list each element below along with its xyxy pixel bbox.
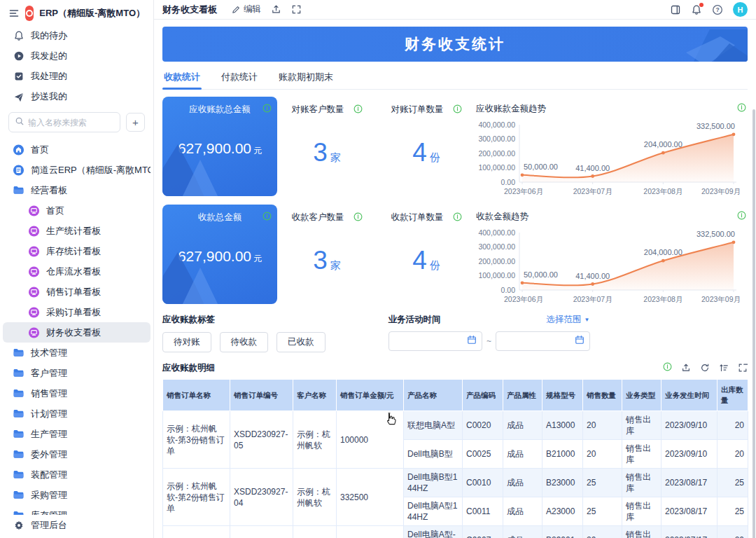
user-avatar[interactable]: H — [733, 2, 748, 17]
sort-icon[interactable] — [719, 363, 729, 373]
expand-table-icon[interactable] — [738, 363, 748, 373]
folder-item[interactable]: 客户管理 — [3, 363, 150, 383]
workspace-item[interactable]: 抄送我的 — [3, 86, 150, 106]
payment-orders-metric: 收款订单数量 4份 — [377, 205, 476, 304]
dashboard-icon — [28, 265, 40, 278]
share-export-icon[interactable] — [271, 4, 281, 15]
svg-text:300,000.00: 300,000.00 — [478, 242, 515, 251]
sidebar-item-label: 首页 — [46, 205, 64, 217]
fullscreen-icon[interactable] — [291, 4, 302, 15]
table-cell: C0011 — [463, 497, 503, 526]
dashboard-item[interactable]: 库存统计看板 — [3, 241, 150, 261]
svg-text:2023年06月: 2023年06月 — [504, 295, 543, 303]
tab-period-balance[interactable]: 账款期初期末 — [277, 64, 335, 89]
add-app-button[interactable]: + — [126, 113, 145, 132]
folder-icon — [13, 408, 24, 420]
svg-text:332,500.00: 332,500.00 — [696, 122, 735, 130]
dashboard-item[interactable]: 财务收支看板 — [3, 322, 150, 343]
info-icon[interactable] — [737, 210, 746, 223]
table-cell: 25 — [583, 497, 622, 526]
sidebar-item-label: 销售管理 — [31, 387, 67, 400]
detail-table-header: 应收账款明细 — [162, 361, 748, 374]
table-cell: XSDD230927-05 — [230, 411, 293, 469]
svg-text:50,000.00: 50,000.00 — [524, 163, 558, 171]
column-header: 销售订单名称 — [163, 380, 230, 411]
folder-item[interactable]: 计划管理 — [3, 404, 150, 424]
group-business-dashboards[interactable]: 经营看板 — [3, 180, 150, 200]
info-icon[interactable] — [453, 212, 462, 223]
tag-pending-receipt-button[interactable]: 待收款 — [220, 332, 269, 352]
folder-item[interactable]: 委外管理 — [3, 444, 150, 464]
notifications-bell-icon[interactable] — [691, 4, 702, 15]
table-cell: 25 — [583, 469, 622, 497]
dashboard-item[interactable]: 首页 — [3, 200, 150, 221]
column-header: 销售订单编号 — [230, 380, 293, 411]
dashboard-item[interactable]: 生产统计看板 — [3, 221, 150, 241]
folder-item[interactable]: 生产管理 — [3, 424, 150, 444]
table-cell: 2023/08/17 — [662, 497, 718, 526]
workspace-item[interactable]: 我发起的 — [3, 46, 150, 66]
info-icon[interactable] — [354, 212, 363, 223]
metric-value: 3家 — [313, 247, 341, 273]
svg-text:0.00: 0.00 — [501, 286, 516, 294]
sidebar-item-label: 生产统计看板 — [46, 225, 101, 237]
topbar: 财务收支看板 编辑 ? — [154, 0, 756, 20]
info-icon[interactable] — [262, 103, 272, 116]
info-icon[interactable] — [262, 211, 272, 223]
export-icon[interactable] — [681, 363, 691, 373]
tag-received-button[interactable]: 已收款 — [276, 332, 326, 352]
table-cell: 成品 — [503, 440, 542, 469]
table-cell: 2023/07/17 — [662, 526, 718, 538]
table-cell: 2023/09/10 — [662, 411, 718, 440]
workspace-nav: 我的待办我发起的我处理的抄送我的 — [0, 25, 153, 106]
hamburger-menu-icon[interactable] — [8, 8, 20, 19]
table-cell: 100000 — [337, 411, 404, 469]
received-trend-chart: 收款金额趋势 400,000.00300,000.00200,000.00100… — [476, 205, 748, 304]
table-cell: 示例：杭州帆软-第3份销售订单 — [163, 411, 230, 469]
help-icon[interactable]: ? — [712, 4, 723, 15]
tab-receipt-stats[interactable]: 收款统计 — [162, 64, 202, 89]
dashboard-banner: 财务收支统计 — [162, 27, 748, 62]
search-box[interactable] — [8, 112, 120, 132]
select-range-dropdown[interactable]: 选择范围▼ — [547, 314, 590, 326]
info-icon[interactable] — [354, 104, 363, 116]
table-row: 示例：杭州帆软-第3份销售订单XSDD230927-05示例：杭州帆软10000… — [163, 411, 748, 440]
svg-text:2023年09月: 2023年09月 — [701, 187, 741, 195]
edit-button[interactable]: 编辑 — [231, 4, 261, 15]
info-icon[interactable] — [663, 361, 672, 374]
nav-link[interactable]: 首页 — [3, 139, 150, 160]
doc-panel-icon[interactable] — [670, 4, 681, 15]
tab-payment-stats[interactable]: 付款统计 — [220, 64, 259, 89]
tag-pending-reconcile-button[interactable]: 待对账 — [162, 332, 211, 352]
folder-icon — [13, 387, 24, 399]
info-icon[interactable] — [453, 104, 462, 116]
info-icon[interactable] — [737, 102, 746, 115]
dashboard-item[interactable]: 仓库流水看板 — [3, 261, 150, 282]
admin-backend-link[interactable]: 管理后台 — [3, 515, 150, 535]
sidebar-item-label: 采购订单看板 — [46, 306, 101, 319]
vertical-scrollbar[interactable] — [752, 109, 755, 538]
folder-item[interactable]: 采购管理 — [3, 485, 150, 505]
workspace-item[interactable]: 我的待办 — [3, 25, 150, 46]
table-cell: 成品 — [503, 497, 542, 526]
folder-icon — [13, 509, 24, 515]
dashboard-item[interactable]: 销售订单看板 — [3, 282, 150, 302]
refresh-icon[interactable] — [700, 363, 710, 373]
folder-icon — [13, 367, 24, 379]
folder-item[interactable]: 装配管理 — [3, 464, 150, 485]
start-date-input[interactable] — [388, 331, 483, 351]
sidebar-item-label: 抄送我的 — [31, 90, 67, 103]
folder-item[interactable]: 技术管理 — [3, 343, 150, 363]
table-cell: 20 — [583, 440, 622, 469]
end-date-input[interactable] — [496, 331, 590, 351]
nav-link[interactable]: 简道云ERP（精细版-离散MTO）「... — [3, 160, 150, 180]
folder-item[interactable]: 销售管理 — [3, 383, 150, 404]
sidebar-item-label: 我发起的 — [31, 50, 67, 62]
dashboard-item[interactable]: 采购订单看板 — [3, 302, 150, 322]
sidebar-item-label: 管理后台 — [31, 519, 67, 532]
table-cell: 20 — [583, 526, 622, 538]
workspace-item[interactable]: 我处理的 — [3, 66, 150, 86]
table-cell: 25 — [718, 497, 748, 526]
search-input[interactable] — [28, 118, 114, 127]
folder-item[interactable]: 库存管理 — [3, 505, 150, 515]
